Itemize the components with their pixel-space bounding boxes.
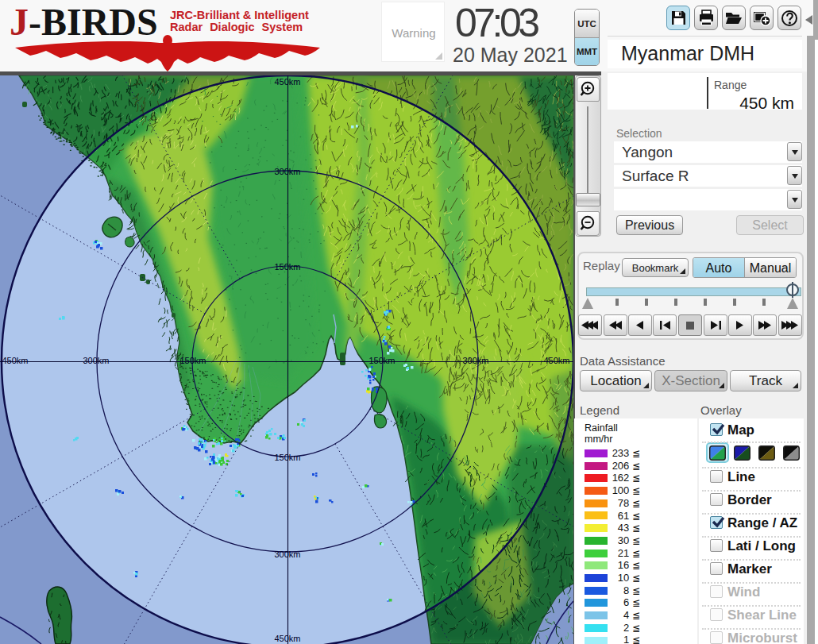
svg-text:150km: 150km xyxy=(274,262,300,272)
svg-text:J-BIRDS: J-BIRDS xyxy=(10,3,158,43)
svg-text:150km: 150km xyxy=(368,356,395,365)
svg-text:450km: 450km xyxy=(2,356,28,365)
svg-text:450km: 450km xyxy=(543,356,569,365)
svg-text:Radar Dialogic System: Radar Dialogic System xyxy=(170,21,303,33)
svg-text:300km: 300km xyxy=(274,167,300,176)
svg-text:150km: 150km xyxy=(179,356,206,365)
svg-text:150km: 150km xyxy=(274,453,300,462)
svg-text:300km: 300km xyxy=(83,356,109,365)
svg-text:JRC-Brilliant & Intelligent: JRC-Brilliant & Intelligent xyxy=(170,9,309,21)
svg-text:450km: 450km xyxy=(274,634,300,643)
svg-text:300km: 300km xyxy=(274,550,300,559)
svg-text:300km: 300km xyxy=(462,356,488,365)
svg-text:450km: 450km xyxy=(274,77,300,87)
